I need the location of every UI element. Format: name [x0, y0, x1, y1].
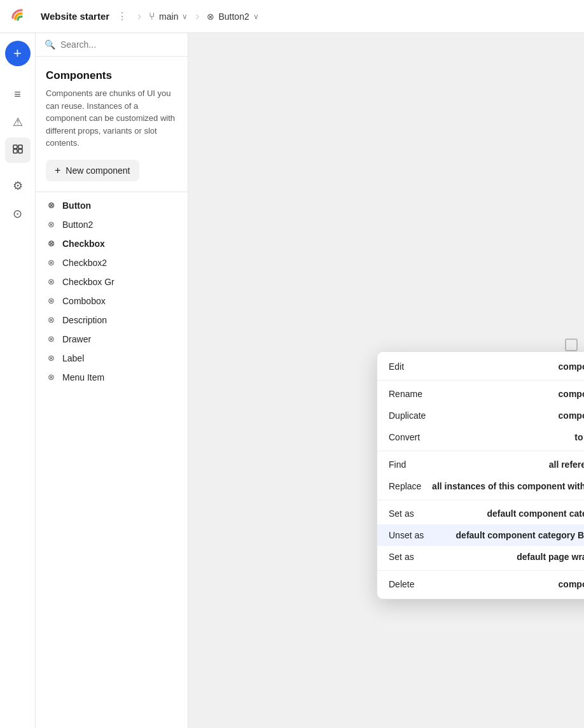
context-menu-divider: [377, 570, 584, 571]
ctx-prefix: Duplicate: [389, 410, 426, 421]
branch-selector[interactable]: ⑂ main ∨: [149, 11, 188, 22]
ctx-suffix: component: [559, 579, 584, 589]
component-item-icon: ⊗: [46, 220, 56, 230]
component-item-name: Combobox: [62, 296, 106, 306]
ctx-suffix: component: [559, 361, 584, 372]
new-component-button[interactable]: + New component: [46, 160, 139, 181]
search-icon: 🔍: [45, 39, 55, 50]
component-item-name: Description: [62, 315, 107, 325]
context-menu-item-rename[interactable]: Rename component: [377, 383, 584, 405]
context-menu: Edit componentRename componentDuplicate …: [377, 351, 584, 599]
ctx-prefix: Set as: [389, 508, 414, 519]
component-list-item[interactable]: ⊗ Button2: [36, 215, 188, 234]
main-layout: + ≡ ⚠ ⚙ ⊙ 🔍 Components Components are ch…: [0, 33, 584, 728]
component-item-name: Menu Item: [62, 372, 104, 382]
project-title: Website starter: [41, 11, 109, 22]
components-panel: 🔍 Components Components are chunks of UI…: [36, 33, 188, 728]
component-item-name: Checkbox2: [62, 258, 107, 268]
context-menu-item-unset_default[interactable]: Unset as default component category Butt…: [377, 524, 584, 546]
context-menu-item-replace[interactable]: Replace all instances of this component …: [377, 475, 584, 497]
component-item-icon: ⊗: [46, 334, 56, 344]
context-menu-divider: [377, 380, 584, 381]
ctx-prefix: Set as: [389, 552, 414, 562]
frame-indicator: [565, 339, 578, 351]
component-selector[interactable]: ⊗ Button2 ∨: [207, 11, 258, 22]
ctx-suffix: default page wrapper: [517, 552, 584, 562]
context-menu-divider: [377, 451, 584, 451]
breadcrumb-separator-2: ›: [195, 10, 199, 23]
context-menu-item-duplicate[interactable]: Duplicate component: [377, 405, 584, 426]
search-bar: 🔍: [36, 33, 188, 57]
svg-rect-2: [13, 145, 17, 149]
context-menu-item-edit[interactable]: Edit component: [377, 356, 584, 377]
component-item-name: Checkbox Gr: [62, 277, 115, 287]
component-item-icon: ⊗: [46, 315, 56, 325]
ctx-prefix: Edit: [389, 361, 404, 372]
ctx-prefix: Unset as: [389, 530, 424, 540]
component-item-name: Label: [62, 353, 84, 363]
component-item-name: Button: [62, 200, 91, 211]
breadcrumb-separator: ›: [137, 10, 141, 23]
component-label: Button2: [218, 11, 249, 22]
svg-rect-0: [13, 150, 17, 153]
ctx-prefix: Convert: [389, 432, 420, 442]
search-input[interactable]: [60, 39, 179, 50]
component-list-item[interactable]: ⊗ Checkbox2: [36, 253, 188, 272]
component-list-item[interactable]: ⊗ Description: [36, 311, 188, 330]
component-item-icon: ⊗: [46, 258, 56, 268]
context-menu-item-convert[interactable]: Convert to page: [377, 426, 584, 448]
ctx-suffix: component: [559, 410, 584, 421]
branch-label: main: [159, 11, 178, 22]
component-chevron-icon: ∨: [253, 12, 259, 21]
plus-icon: +: [55, 165, 60, 176]
new-component-label: New component: [66, 165, 130, 176]
context-menu-item-set_default[interactable]: Set as default component category: [377, 503, 584, 524]
menu-icon-button[interactable]: ≡: [5, 81, 31, 107]
ctx-prefix: Replace: [389, 481, 421, 491]
component-item-icon: ⊗: [46, 296, 56, 306]
component-list-item[interactable]: ⊗ Drawer: [36, 330, 188, 349]
component-list-item[interactable]: ⊗ Label: [36, 349, 188, 368]
logo: [10, 5, 33, 28]
components-panel-title: Components: [46, 69, 177, 82]
ctx-suffix: default component category: [487, 508, 584, 519]
component-item-name: Drawer: [62, 334, 91, 344]
svg-rect-3: [18, 145, 22, 149]
component-item-icon: ⊗: [46, 372, 56, 382]
component-item-icon: ⊗: [46, 200, 56, 211]
context-menu-divider: [377, 500, 584, 500]
components-panel-description: Components are chunks of UI you can reus…: [46, 87, 177, 150]
context-menu-item-delete[interactable]: Delete component: [377, 573, 584, 595]
component-item-icon: ⊗: [46, 239, 56, 249]
component-item-name: Checkbox: [62, 239, 105, 249]
ctx-suffix: component: [559, 389, 584, 399]
component-item-icon: ⊗: [46, 353, 56, 363]
ctx-prefix: Find: [389, 459, 406, 470]
context-menu-item-find[interactable]: Find all references: [377, 454, 584, 475]
context-menu-item-set_wrapper[interactable]: Set as default page wrapper: [377, 546, 584, 568]
sidebar-icons: + ≡ ⚠ ⚙ ⊙: [0, 33, 36, 728]
ctx-suffix: all references: [549, 459, 584, 470]
ctx-suffix: all instances of this component with...: [432, 481, 584, 491]
component-item-icon: ⊗: [46, 277, 56, 287]
components-icon-button[interactable]: [5, 137, 31, 163]
branch-chevron-icon: ∨: [182, 12, 188, 21]
ctx-prefix: Delete: [389, 579, 414, 589]
component-item-name: Button2: [62, 220, 93, 230]
component-list-item[interactable]: ⊗ Combobox: [36, 291, 188, 311]
warning-icon-button[interactable]: ⚠: [5, 109, 31, 135]
component-list: ⊗ Button ⊗ Button2 ⊗ Checkbox ⊗ Checkbox…: [36, 192, 188, 729]
svg-rect-1: [18, 150, 22, 153]
component-list-item[interactable]: ⊗ Checkbox: [36, 234, 188, 253]
ctx-prefix: Rename: [389, 389, 422, 399]
more-options-icon-button[interactable]: ⊙: [5, 201, 31, 227]
component-list-item[interactable]: ⊗ Checkbox Gr: [36, 272, 188, 291]
canvas-area[interactable]: Edit componentRename componentDuplicate …: [188, 33, 584, 728]
component-list-item[interactable]: ⊗ Menu Item: [36, 368, 188, 387]
topbar: Website starter ⋮ › ⑂ main ∨ › ⊗ Button2…: [0, 0, 584, 33]
project-menu-button[interactable]: ⋮: [117, 10, 127, 22]
settings-icon-button[interactable]: ⚙: [5, 173, 31, 199]
component-icon: ⊗: [207, 11, 214, 22]
component-list-item[interactable]: ⊗ Button: [36, 196, 188, 215]
add-button[interactable]: +: [5, 41, 31, 66]
